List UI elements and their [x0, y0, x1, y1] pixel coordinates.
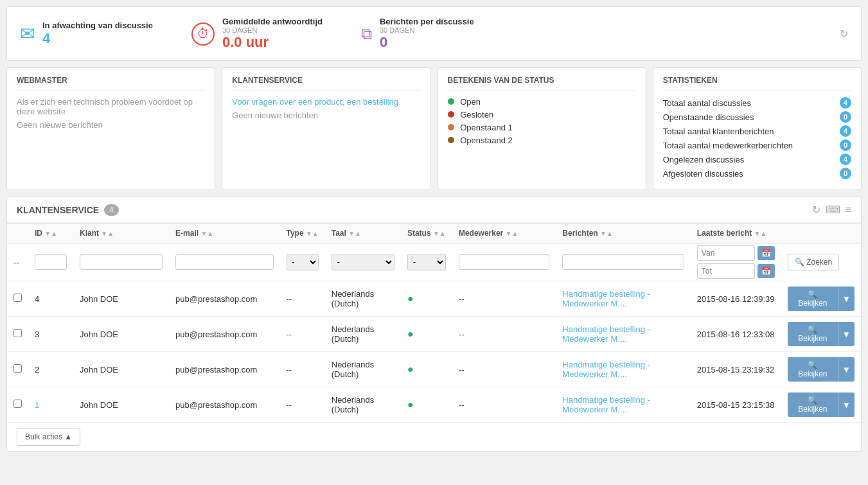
view-dropdown-button[interactable]: ▼: [838, 287, 855, 311]
stat-row-item: Afgesloten discussies0: [663, 168, 851, 179]
dot-orange1-icon: [448, 124, 454, 130]
status-meaning-title: BETEKENIS VAN DE STATUS: [448, 76, 636, 91]
view-dropdown-button[interactable]: ▼: [838, 357, 855, 382]
stat-waiting-label: In afwachting van discussie: [42, 21, 153, 30]
row-status: ●: [401, 352, 452, 387]
tot-wrapper: 📅: [697, 263, 775, 279]
filter-berichten-input[interactable]: [562, 254, 684, 270]
status-green-icon: ●: [407, 328, 414, 339]
row-berichten-link[interactable]: Handmatige bestelling - Medewerker M....: [562, 324, 650, 344]
database-icon[interactable]: ≡: [846, 204, 851, 216]
refresh-button[interactable]: ↻: [840, 28, 848, 40]
row-checkbox[interactable]: [13, 294, 22, 302]
row-datum: 2015-08-15 23:19:32: [691, 352, 781, 387]
row-checkbox-cell: [7, 352, 28, 387]
th-taal[interactable]: Taal ▼▲: [325, 224, 401, 243]
th-status[interactable]: Status ▼▲: [401, 224, 452, 243]
view-button[interactable]: 🔍 Bekijken: [788, 392, 838, 417]
view-button[interactable]: 🔍 Bekijken: [788, 357, 838, 382]
stat-row-badge: 0: [840, 139, 851, 151]
row-taal: Nederlands (Dutch): [325, 352, 401, 387]
sort-taal-icon: ▼▲: [348, 230, 361, 237]
row-id-link[interactable]: 1: [35, 400, 39, 410]
sort-id-icon: ▼▲: [44, 230, 57, 237]
filter-id-input[interactable]: [35, 254, 67, 270]
view-dropdown-button[interactable]: ▼: [838, 322, 855, 346]
sort-status-icon: ▼▲: [433, 230, 446, 237]
filter-tot-input[interactable]: [697, 263, 755, 279]
table-header: KLANTENSERVICE 4 ↻ ⌨ ≡: [7, 197, 861, 223]
table-row: 3 John DOE pub@prestashop.com -- Nederla…: [7, 317, 861, 352]
table-count-badge: 4: [104, 204, 119, 216]
view-dropdown-button[interactable]: ▼: [838, 392, 855, 417]
th-checkbox: [7, 224, 28, 243]
stat-messages-per-discussion: ⧉ Berichten per discussie 30 DAGEN 0: [361, 17, 474, 51]
terminal-icon[interactable]: ⌨: [826, 204, 840, 216]
table-header-row: ID ▼▲ Klant ▼▲ E-mail ▼▲ Type ▼▲ Taal ▼▲…: [7, 224, 861, 243]
row-berichten: Handmatige bestelling - Medewerker M....: [556, 281, 691, 317]
row-medewerker: --: [452, 317, 556, 352]
view-button[interactable]: 🔍 Bekijken: [788, 287, 838, 311]
th-berichten[interactable]: Berichten ▼▲: [556, 224, 691, 243]
mail-icon: ✉: [20, 23, 35, 44]
sort-type-icon: ▼▲: [306, 230, 319, 237]
th-id[interactable]: ID ▼▲: [28, 224, 73, 243]
stat-row-item: Totaal aantal klantenberichten4: [663, 125, 851, 137]
filter-taal-cell: -: [325, 243, 401, 281]
stat-waiting-value: 4: [42, 30, 153, 47]
filter-van-input[interactable]: [697, 245, 755, 261]
th-email[interactable]: E-mail ▼▲: [169, 224, 279, 243]
van-calendar-button[interactable]: 📅: [757, 246, 775, 260]
stat-row-label: Afgesloten discussies: [663, 169, 743, 179]
row-checkbox[interactable]: [13, 400, 22, 408]
filter-taal-select[interactable]: -: [332, 254, 394, 270]
dot-orange2-icon: [448, 137, 454, 143]
th-type[interactable]: Type ▼▲: [280, 224, 325, 243]
stat-row-badge: 4: [840, 125, 851, 137]
th-klant[interactable]: Klant ▼▲: [73, 224, 169, 243]
status-item-open: Open: [448, 97, 636, 107]
statistieken-panel: STATISTIEKEN Totaal aantal discussies4Op…: [653, 67, 862, 190]
klantenservice-link[interactable]: Voor vragen over een product, een bestel…: [232, 97, 420, 107]
row-checkbox[interactable]: [13, 364, 22, 373]
view-btn-group: 🔍 Bekijken ▼: [788, 357, 855, 382]
row-checkbox[interactable]: [13, 329, 22, 337]
sort-email-icon: ▼▲: [200, 230, 213, 237]
row-medewerker: --: [452, 281, 556, 317]
row-email: pub@prestashop.com: [169, 387, 279, 423]
refresh-table-icon[interactable]: ↻: [812, 204, 820, 216]
th-laatste-bericht[interactable]: Laatste bericht ▼▲: [691, 224, 781, 243]
status-item-gesloten: Gesloten: [448, 110, 636, 119]
filter-klant-input[interactable]: [80, 254, 163, 270]
row-id: 2: [28, 352, 73, 387]
row-medewerker: --: [452, 387, 556, 423]
filter-type-select[interactable]: -: [287, 254, 319, 270]
stat-messages-sublabel: 30 DAGEN: [380, 26, 474, 34]
stat-messages-value: 0: [380, 34, 474, 51]
stat-response-sublabel: 30 DAGEN: [222, 26, 323, 34]
filter-status-select[interactable]: -: [407, 254, 446, 270]
row-actions: 🔍 Bekijken ▼: [781, 352, 861, 387]
filter-email-input[interactable]: [175, 254, 273, 270]
bulk-actions-button[interactable]: Bulk acties ▲: [17, 428, 80, 446]
row-berichten-link[interactable]: Handmatige bestelling - Medewerker M....: [562, 360, 650, 379]
search-button[interactable]: 🔍 Zoeken: [788, 254, 839, 270]
row-taal: Nederlands (Dutch): [325, 281, 401, 317]
table-title: KLANTENSERVICE: [17, 205, 99, 215]
filter-medewerker-cell: [452, 243, 556, 281]
filter-medewerker-input[interactable]: [459, 254, 549, 270]
row-status: ●: [401, 317, 452, 352]
th-medewerker[interactable]: Medewerker ▼▲: [452, 224, 556, 243]
table-row: 1 John DOE pub@prestashop.com -- Nederla…: [7, 387, 861, 423]
row-berichten-link[interactable]: Handmatige bestelling - Medewerker M....: [562, 289, 650, 308]
clock-icon: ⏱: [191, 22, 215, 46]
filter-row: -- - -: [7, 243, 861, 281]
view-button[interactable]: 🔍 Bekijken: [788, 322, 838, 346]
view-btn-group: 🔍 Bekijken ▼: [788, 287, 855, 311]
row-berichten-link[interactable]: Handmatige bestelling - Medewerker M....: [562, 395, 650, 414]
stat-waiting: ✉ In afwachting van discussie 4: [20, 21, 153, 47]
stat-row-item: Openstaande discussies0: [663, 111, 851, 123]
row-klant: John DOE: [73, 281, 169, 317]
row-klant: John DOE: [73, 352, 169, 387]
tot-calendar-button[interactable]: 📅: [757, 264, 775, 278]
